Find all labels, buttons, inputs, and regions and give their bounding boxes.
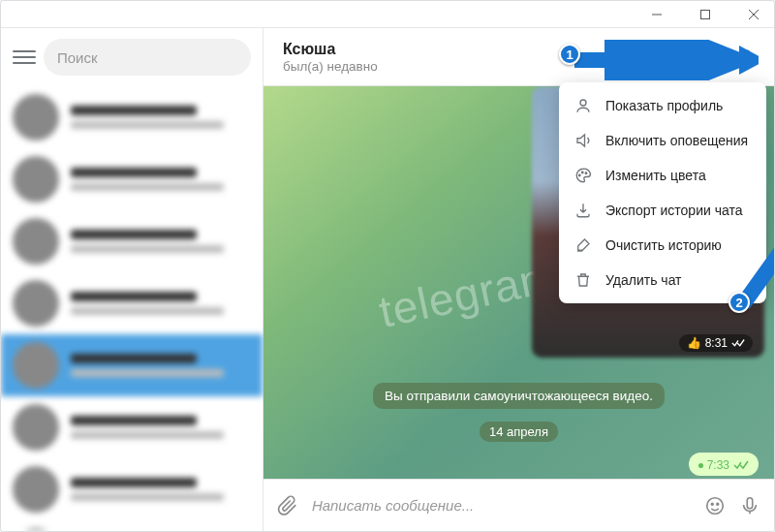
avatar <box>13 466 59 513</box>
export-icon <box>574 202 592 219</box>
annotation-arrow-1 <box>574 40 759 80</box>
svg-point-13 <box>580 100 586 106</box>
chat-list-item[interactable] <box>1 148 263 210</box>
trash-icon <box>574 271 592 289</box>
menu-item-label: Показать профиль <box>605 98 723 113</box>
sidebar: Поиск <box>1 28 264 531</box>
mic-icon[interactable] <box>739 495 760 516</box>
menu-item-label: Изменить цвета <box>605 168 706 183</box>
avatar <box>13 404 59 451</box>
sound-icon <box>574 132 592 149</box>
avatar <box>13 94 59 141</box>
avatar <box>13 218 59 265</box>
chat-list-item[interactable] <box>1 272 263 334</box>
window-titlebar <box>1 1 774 28</box>
search-placeholder: Поиск <box>57 49 98 66</box>
profile-icon <box>574 97 592 114</box>
chat-main: Ксюша был(а) недавно telegramas.ru 👍 <box>264 28 774 531</box>
palette-icon <box>574 167 592 184</box>
chat-list-item[interactable] <box>1 86 263 148</box>
annotation-marker-1: 1 <box>559 44 580 65</box>
app-window: Поиск Ксюша был(а) недавно <box>0 0 775 532</box>
chat-list[interactable] <box>1 86 263 531</box>
chat-list-item[interactable] <box>1 210 263 272</box>
outgoing-bubble[interactable]: 7:33 <box>689 453 759 476</box>
emoji-icon[interactable] <box>704 495 726 516</box>
thumbs-up-icon: 👍 <box>687 336 701 350</box>
message-time: 7:33 <box>707 458 729 472</box>
date-divider: 14 апреля <box>480 422 558 442</box>
annotation-arrow-2 <box>719 115 775 309</box>
svg-point-14 <box>579 174 581 176</box>
service-message: Вы отправили самоуничтожающееся видео. <box>373 383 665 409</box>
avatar <box>13 342 59 389</box>
compose-bar <box>264 479 774 531</box>
menu-item-label: Очистить историю <box>605 237 722 253</box>
photo-timestamp: 👍 8:31 <box>679 334 753 352</box>
attach-icon[interactable] <box>277 495 298 516</box>
svg-point-15 <box>582 172 584 173</box>
avatar <box>13 528 59 531</box>
message-input[interactable] <box>312 497 691 514</box>
svg-line-23 <box>743 159 775 304</box>
window-maximize-button[interactable] <box>689 3 722 26</box>
menu-item-label: Удалить чат <box>605 272 682 288</box>
chat-list-item[interactable] <box>1 396 263 458</box>
annotation-marker-2: 2 <box>728 292 750 313</box>
chat-list-item[interactable] <box>1 334 263 396</box>
brush-icon <box>574 236 592 254</box>
menu-button[interactable] <box>13 46 36 69</box>
chat-list-item[interactable] <box>1 520 263 531</box>
svg-point-9 <box>707 497 724 514</box>
svg-line-21 <box>743 135 775 304</box>
avatar <box>13 280 59 327</box>
window-close-button[interactable] <box>737 3 770 26</box>
search-input[interactable]: Поиск <box>44 39 251 76</box>
svg-point-11 <box>717 503 719 505</box>
chat-title[interactable]: Ксюша <box>283 41 378 58</box>
chat-list-item[interactable] <box>1 458 263 520</box>
svg-point-16 <box>585 172 587 174</box>
avatar <box>13 156 59 203</box>
svg-rect-1 <box>701 10 710 18</box>
svg-marker-19 <box>739 46 759 75</box>
svg-rect-12 <box>747 497 753 508</box>
chat-status: был(а) недавно <box>283 59 378 74</box>
svg-point-10 <box>711 503 713 505</box>
window-minimize-button[interactable] <box>640 3 673 26</box>
